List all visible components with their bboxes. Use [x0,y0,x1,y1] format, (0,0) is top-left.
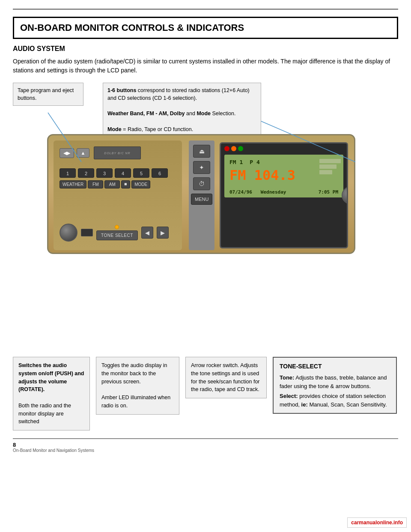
signal-bar-3 [319,170,332,174]
display-bars [319,159,341,174]
preset-5-button[interactable]: 5 [133,168,149,178]
radio-display: FM 1 P 4 FM 104.3 07/24/96 Wednesday [220,142,348,248]
mode-button[interactable]: MODE [131,180,150,188]
lcd-bottom: 07/24/96 Wednesday 7:05 PM [229,189,338,195]
tone-select-callout: TONE-SELECT Tone: Adjusts the bass, treb… [273,357,397,414]
top-rule [13,9,398,10]
led-orange [231,146,236,151]
volume-callout-text2: Both the radio and the monitor display a… [18,402,84,426]
preset-1-button[interactable]: 1 [60,168,76,178]
lcd-time: 7:05 PM [319,189,338,195]
buttons-bold: 1-6 buttons [107,87,136,93]
mode-bold-2: Mode [107,126,122,132]
dolby-label: DOLBY B/C NR [104,152,130,155]
number-buttons-row: 1 2 3 4 5 6 [60,168,168,178]
watermark: carmanualonline.info [347,517,407,528]
footer-text: On-Board Monitor and Navigation Systems [13,448,94,453]
toggle-callout: Toggles the audio display in the monitor… [96,357,179,415]
preset-3-button[interactable]: 3 [96,168,113,178]
lcd-date: 07/24/96 Wednesday [229,189,286,195]
preset-4-button[interactable]: 4 [115,168,131,178]
buttons-callout-line2: Weather Band, FM - AM, Dolby and Mode Se… [107,110,256,117]
page-footer: 8 On-Board Monitor and Navigation System… [13,438,398,453]
led-red [224,146,229,151]
bottom-callouts-row: Switches the audio system on/off (PUSH) … [13,357,398,430]
section-title: AUDIO SYSTEM [13,45,398,53]
led-row [221,143,347,153]
right-arrow-button[interactable]: ▶ [157,227,169,239]
footer-left: 8 On-Board Monitor and Navigation System… [13,442,94,453]
amber-led [115,225,119,229]
tone-select-title: TONE-SELECT [280,362,390,371]
mode-bold: Mode [197,111,211,117]
page-container: ON-BOARD MONITOR CONTROLS & INDICATORS A… [0,0,411,532]
dolby-button[interactable]: ◼ [121,180,130,188]
cassette-icon [81,229,93,236]
diagram-section: Tape program and eject buttons. 1-6 butt… [13,83,398,348]
clock-button[interactable]: ⏱ [193,177,210,190]
volume-callout-text: Switches the audio system on/off (PUSH) … [18,362,84,394]
weather-button[interactable]: WEATHER [60,180,86,188]
page-title: ON-BOARD MONITOR CONTROLS & INDICATORS [13,17,398,39]
page-number: 8 [13,442,94,448]
left-arrow-button[interactable]: ◀ [141,227,153,239]
am-button[interactable]: AM [104,180,120,188]
led-green [238,146,243,151]
select-text: Select: provides choice of station selec… [280,392,390,409]
bottom-controls-left: TONE SELECT ◀ ▶ [60,224,169,242]
signal-bar-1 [319,159,341,163]
toggle-text: Toggles the audio display in the monitor… [101,362,174,386]
radio-left-panel: ◀▶ ▲ DOLBY B/C NR 1 2 3 4 5 6 [54,140,182,250]
tone-text: Tone: Adjusts the bass, treble, balance … [280,374,390,390]
play-pause-button[interactable]: ◀▶ [60,148,74,158]
tape-callout-text: Tape program and eject buttons. [18,87,74,101]
eject-button[interactable]: ▲ [77,148,89,158]
radio-unit: ◀▶ ▲ DOLBY B/C NR 1 2 3 4 5 6 [47,134,355,254]
arrow-rocker-text: Arrow rocker switch. Adjusts the tone se… [191,362,260,392]
signal-bar-2 [319,164,337,169]
buttons-callout-line1: 1-6 buttons correspond to stored radio s… [107,87,256,102]
buttons-callout: 1-6 buttons correspond to stored radio s… [103,83,261,137]
tone-select-button[interactable]: TONE SELECT [96,230,138,240]
star-button[interactable]: ✦ [193,161,210,174]
lcd-screen: FM 1 P 4 FM 104.3 07/24/96 Wednesday [224,155,343,197]
tape-callout: Tape program and eject buttons. [13,83,83,106]
mode-buttons-row: WEATHER FM AM ◼ MODE [60,180,150,188]
preset-2-button[interactable]: 2 [78,168,94,178]
weather-band-bold: Weather Band, FM - AM, Dolby [107,111,185,117]
arrow-rocker-callout: Arrow rocker switch. Adjusts the tone se… [185,357,267,398]
radio-middle-panel: ⏏ ✦ ⏱ MENU [189,140,214,250]
lcd-mode: FM 1 [229,159,243,165]
volume-callout: Switches the audio system on/off (PUSH) … [13,357,90,430]
volume-knob[interactable] [60,224,77,242]
tape-slot: DOLBY B/C NR [94,146,141,159]
intro-text: Operation of the audio system (radio/tap… [13,57,398,75]
preset-6-button[interactable]: 6 [152,168,168,178]
menu-button[interactable]: MENU [191,194,212,205]
lcd-preset: P 4 [250,159,259,165]
amber-led-text: Amber LED illuminated when radio is on. [101,394,174,410]
tape-buttons-row: ◀▶ ▲ DOLBY B/C NR [60,146,141,159]
fm-button[interactable]: FM [88,180,103,188]
eject-middle-button[interactable]: ⏏ [193,145,210,158]
buttons-callout-line3: Mode = Radio, Tape or CD function. [107,126,256,133]
